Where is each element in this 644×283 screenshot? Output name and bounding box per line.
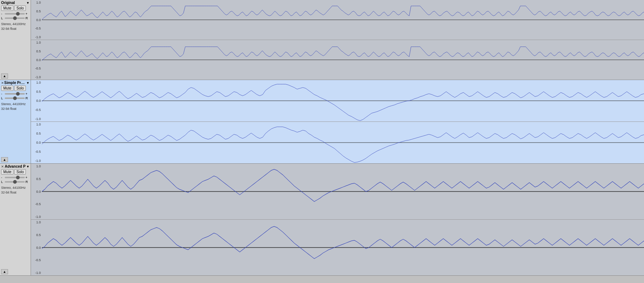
track-1-controls: Original ▼ Mute Solo - + L R Stereo, 441… [0, 0, 31, 80]
track-3-volume-slider[interactable] [5, 177, 25, 178]
track-2-btn-row: Mute Solo [1, 85, 30, 91]
track-2-channel-1: 1.0 0.5 0.0 -0.5 -1.0 [31, 80, 644, 122]
track-3-ch2-yaxis: 1.0 0.5 0.0 -0.5 -1.0 [31, 220, 42, 275]
track-1-pan-right: R [25, 16, 28, 20]
track-1-solo[interactable]: Solo [14, 5, 26, 11]
track-3-pan-right: R [25, 180, 28, 184]
track-3-pan-left: L [1, 180, 4, 184]
track-2-ch1-svg [42, 80, 644, 121]
track-1: Original ▼ Mute Solo - + L R Stereo, 441… [0, 0, 644, 80]
track-2-close[interactable]: ✕ [1, 81, 4, 85]
track-3-info: Stereo, 44100Hz 32-bit float [1, 186, 30, 195]
track-1-info-2: 32-bit float [1, 27, 30, 31]
track-2-volume-row: - + [1, 92, 30, 96]
track-3-mute[interactable]: Mute [1, 169, 13, 175]
track-3-pan-row: L R [1, 180, 30, 184]
track-1-waveform-area: 1.0 0.5 0.0 -0.5 -1.0 1.0 0.5 0.0 -0.5 -… [31, 0, 644, 80]
track-3-vol-minus: - [1, 176, 4, 179]
track-1-dropdown[interactable]: ▼ [26, 1, 30, 5]
track-2-volume-slider[interactable] [5, 93, 25, 95]
track-1-pan-slider[interactable] [5, 17, 25, 19]
track-1-mute[interactable]: Mute [1, 5, 13, 11]
track-3-title: Advanced P [5, 164, 25, 168]
track-2-collapse[interactable]: ▲ [1, 157, 8, 162]
track-2-channel-2: 1.0 0.5 0.0 -0.5 -1.0 [31, 122, 644, 163]
track-3-collapse[interactable]: ▲ [1, 269, 8, 274]
track-2-info-1: Stereo, 44100Hz [1, 102, 30, 107]
track-2-info-2: 32-bit float [1, 107, 30, 111]
track-1-info: Stereo, 44100Hz 32-bit float [1, 22, 30, 31]
track-2-vol-plus: + [25, 92, 28, 96]
track-2-vol-minus: - [1, 92, 4, 96]
track-3-ch1-svg [42, 164, 644, 219]
track-2-waveform-area: 1.0 0.5 0.0 -0.5 -1.0 1.0 0.5 0.0 -0.5 -… [31, 80, 644, 163]
track-1-volume-slider[interactable] [5, 13, 25, 15]
track-2-mute[interactable]: Mute [1, 85, 13, 91]
track-3-channel-2: 1.0 0.5 0.0 -0.5 -1.0 [31, 220, 644, 275]
track-1-ch1-svg [42, 0, 644, 40]
track-2-ch2-svg [42, 122, 644, 163]
track-3-info-2: 32-bit float [1, 190, 30, 195]
track-2-pan-row: L R [1, 96, 30, 100]
track-1-header: Original ▼ [1, 1, 30, 5]
track-2-solo[interactable]: Solo [14, 85, 26, 91]
track-3-dropdown[interactable]: ▼ [26, 165, 30, 168]
track-1-channel-2: 1.0 0.5 0.0 -0.5 -1.0 [31, 40, 644, 80]
track-2-ch1-yaxis: 1.0 0.5 0.0 -0.5 -1.0 [31, 80, 42, 121]
track-3-close[interactable]: ✕ [1, 165, 4, 168]
track-1-btn-row: Mute Solo [1, 5, 30, 11]
track-2-pan-right: R [25, 96, 28, 100]
track-1-info-1: Stereo, 44100Hz [1, 22, 30, 27]
track-1-pan-left: L [1, 16, 4, 20]
track-1-channel-1: 1.0 0.5 0.0 -0.5 -1.0 [31, 0, 644, 40]
track-2-pan-left: L [1, 96, 4, 100]
track-3-info-1: Stereo, 44100Hz [1, 186, 30, 190]
track-3-controls: ✕ Advanced P ▼ Mute Solo - + L R Stereo,… [0, 164, 31, 275]
track-2-dropdown[interactable]: ▼ [26, 81, 30, 85]
track-3-waveform-area: 1.0 0.5 0.0 -0.5 -1.0 1.0 0.5 0.0 -0.5 -… [31, 164, 644, 275]
track-2-pan-slider[interactable] [5, 97, 25, 99]
track-1-vol-minus: - [1, 12, 4, 16]
track-3-ch1-yaxis: 1.0 0.5 0.0 -0.5 -1.0 [31, 164, 42, 219]
track-1-title: Original [1, 1, 15, 5]
track-3-channel-1: 1.0 0.5 0.0 -0.5 -1.0 [31, 164, 644, 220]
track-1-ch2-yaxis: 1.0 0.5 0.0 -0.5 -1.0 [31, 40, 42, 80]
track-2-header: ✕ Simple Proce ▼ [1, 81, 30, 85]
track-2-controls: ✕ Simple Proce ▼ Mute Solo - + L R Stere… [0, 80, 31, 163]
track-2-ch2-yaxis: 1.0 0.5 0.0 -0.5 -1.0 [31, 122, 42, 163]
track-3-solo[interactable]: Solo [14, 169, 26, 175]
track-3-vol-plus: + [25, 176, 28, 179]
track-3-pan-slider[interactable] [5, 181, 25, 183]
track-1-ch1-yaxis: 1.0 0.5 0.0 -0.5 -1.0 [31, 0, 42, 40]
track-3: ✕ Advanced P ▼ Mute Solo - + L R Stereo,… [0, 164, 644, 276]
track-1-collapse[interactable]: ▲ [1, 73, 8, 79]
track-1-pan-row: L R [1, 16, 30, 20]
track-3-header: ✕ Advanced P ▼ [1, 164, 30, 168]
track-2: ✕ Simple Proce ▼ Mute Solo - + L R Stere… [0, 80, 644, 164]
track-3-volume-row: - + [1, 176, 30, 179]
track-1-volume-row: - + [1, 12, 30, 16]
track-3-btn-row: Mute Solo [1, 169, 30, 175]
track-2-info: Stereo, 44100Hz 32-bit float [1, 102, 30, 111]
track-1-vol-plus: + [25, 12, 28, 16]
track-3-ch2-svg [42, 220, 644, 275]
track-1-ch2-svg [42, 40, 644, 80]
track-2-title: Simple Proce [4, 81, 26, 85]
